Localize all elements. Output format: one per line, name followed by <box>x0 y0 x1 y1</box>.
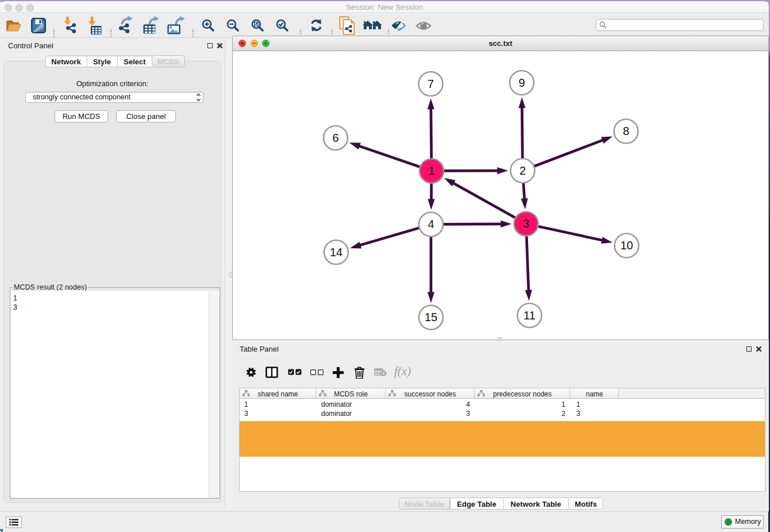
svg-text:14: 14 <box>330 246 342 259</box>
svg-text:10: 10 <box>620 239 633 252</box>
svg-text:6: 6 <box>332 132 338 144</box>
svg-text:1: 1 <box>428 164 434 177</box>
svg-text:9: 9 <box>518 76 525 89</box>
svg-text:2: 2 <box>519 164 526 177</box>
svg-text:7: 7 <box>428 78 434 90</box>
svg-text:4: 4 <box>428 218 434 230</box>
svg-text:15: 15 <box>425 311 437 323</box>
svg-text:3: 3 <box>523 217 529 230</box>
svg-text:11: 11 <box>523 309 536 322</box>
svg-text:8: 8 <box>623 125 629 137</box>
